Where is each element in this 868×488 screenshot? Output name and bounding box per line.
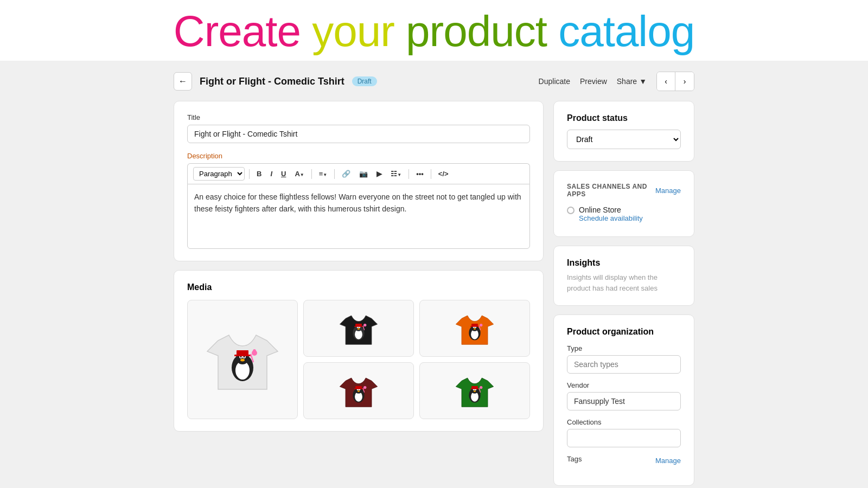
underline-button[interactable]: U xyxy=(278,169,289,179)
next-arrow-button[interactable]: › xyxy=(675,72,694,91)
insights-card: Insights Insights will display when the … xyxy=(553,246,694,306)
page-content: ← Fight or Flight - Comedic Tshirt Draft… xyxy=(0,61,868,488)
back-button[interactable]: ← xyxy=(174,72,192,91)
media-thumb-black[interactable] xyxy=(303,300,414,357)
prev-arrow-button[interactable]: ‹ xyxy=(657,72,675,91)
toolbar-divider-3 xyxy=(334,169,335,179)
page-title: Fight or Flight - Comedic Tshirt xyxy=(200,76,344,87)
svg-rect-40 xyxy=(354,388,363,389)
top-bar: ← Fight or Flight - Comedic Tshirt Draft… xyxy=(174,72,694,91)
svg-point-28 xyxy=(474,328,476,330)
media-thumb-maroon[interactable] xyxy=(303,362,414,419)
banner-word-your: your xyxy=(312,7,394,55)
svg-point-32 xyxy=(480,323,482,326)
title-label: Title xyxy=(187,113,530,121)
align-button[interactable]: ≡▼ xyxy=(316,169,330,179)
svg-rect-9 xyxy=(234,355,251,356)
insights-title: Insights xyxy=(567,258,681,268)
banner-word-product: product xyxy=(406,7,547,55)
media-main-image[interactable] xyxy=(187,300,298,419)
tags-header: Tags Manage xyxy=(567,455,681,466)
vendor-input[interactable] xyxy=(567,392,681,410)
vendor-field: Vendor xyxy=(567,381,681,410)
bold-button[interactable]: B xyxy=(254,169,264,179)
toolbar-divider-1 xyxy=(249,169,250,179)
title-input[interactable] xyxy=(187,125,530,143)
title-description-card: Title Description Paragraph B I U A▼ ≡▼ … xyxy=(174,101,544,261)
italic-button[interactable]: I xyxy=(267,169,275,179)
left-column: Title Description Paragraph B I U A▼ ≡▼ … xyxy=(174,101,544,486)
tags-manage-link[interactable]: Manage xyxy=(655,457,681,465)
media-title: Media xyxy=(187,282,530,292)
link-button[interactable]: 🔗 xyxy=(339,169,353,179)
table-button[interactable]: ☷▼ xyxy=(388,169,404,179)
description-toolbar: Paragraph B I U A▼ ≡▼ 🔗 📷 ▶ ☷▼ ••• xyxy=(187,163,530,184)
description-area[interactable]: An easy choice for these flightless fell… xyxy=(187,184,530,249)
banner-word-catalog: catalog xyxy=(558,7,694,55)
toolbar-divider-4 xyxy=(409,169,409,179)
media-thumb-green[interactable] xyxy=(419,362,530,419)
media-grid xyxy=(187,300,530,419)
svg-point-22 xyxy=(363,323,366,326)
main-layout: Title Description Paragraph B I U A▼ ≡▼ … xyxy=(174,101,694,486)
preview-button[interactable]: Preview xyxy=(580,77,607,86)
banner-title: Create your product catalog xyxy=(0,10,868,53)
media-thumb-orange[interactable] xyxy=(419,300,530,357)
orange-tshirt-svg xyxy=(453,307,496,350)
nav-arrows: ‹ › xyxy=(656,72,694,91)
product-organization-card: Product organization Type Vendor Collect… xyxy=(553,314,694,486)
banner: Create your product catalog xyxy=(0,0,868,61)
collections-label: Collections xyxy=(567,418,681,426)
channel-info: Online Store Schedule availability xyxy=(579,206,643,222)
type-label: Type xyxy=(567,344,681,352)
svg-point-42 xyxy=(363,386,366,388)
channel-name: Online Store xyxy=(579,206,643,214)
paragraph-select[interactable]: Paragraph xyxy=(193,167,245,181)
media-card: Media xyxy=(174,270,544,432)
right-column: Product status Draft Active SALES CHANNE… xyxy=(553,101,694,486)
black-tshirt-svg xyxy=(337,307,380,350)
sales-channels-manage-link[interactable]: Manage xyxy=(655,187,681,195)
top-bar-left: ← Fight or Flight - Comedic Tshirt Draft xyxy=(174,72,377,91)
banner-word-create: Create xyxy=(174,7,301,55)
tags-label: Tags xyxy=(567,455,582,463)
toolbar-divider-2 xyxy=(311,169,312,179)
svg-point-12 xyxy=(253,349,256,354)
svg-point-7 xyxy=(240,359,245,362)
channel-radio xyxy=(567,207,575,214)
svg-point-48 xyxy=(474,390,476,392)
sales-channels-header: SALES CHANNELS AND APPS Manage xyxy=(567,183,681,198)
channel-item: Online Store Schedule availability xyxy=(567,203,681,224)
duplicate-button[interactable]: Duplicate xyxy=(539,77,570,86)
image-button[interactable]: 📷 xyxy=(356,169,371,179)
more-button[interactable]: ••• xyxy=(413,169,426,179)
draft-badge: Draft xyxy=(352,76,377,86)
type-input[interactable] xyxy=(567,355,681,374)
description-label: Description xyxy=(187,152,530,160)
collections-field: Collections xyxy=(567,418,681,447)
svg-rect-50 xyxy=(470,388,479,389)
svg-point-38 xyxy=(358,390,360,392)
product-organization-title: Product organization xyxy=(567,327,681,337)
chevron-down-icon: ▼ xyxy=(639,77,647,86)
tags-field: Tags Manage xyxy=(567,455,681,466)
vendor-label: Vendor xyxy=(567,381,681,389)
product-status-card: Product status Draft Active xyxy=(553,101,694,162)
collections-input[interactable] xyxy=(567,429,681,447)
svg-point-18 xyxy=(358,328,360,330)
toolbar-divider-5 xyxy=(431,169,431,179)
code-button[interactable]: </> xyxy=(436,169,451,179)
product-status-title: Product status xyxy=(567,113,681,123)
color-button[interactable]: A▼ xyxy=(292,169,307,179)
video-button[interactable]: ▶ xyxy=(374,169,385,179)
status-select[interactable]: Draft Active xyxy=(567,130,681,149)
insights-description: Insights will display when the product h… xyxy=(567,272,681,293)
sales-channels-title: SALES CHANNELS AND APPS xyxy=(567,183,655,198)
type-field: Type xyxy=(567,344,681,374)
svg-rect-20 xyxy=(354,326,363,327)
green-tshirt-svg xyxy=(453,369,496,413)
top-bar-right: Duplicate Preview Share ▼ ‹ › xyxy=(539,72,694,91)
share-button[interactable]: Share ▼ xyxy=(617,77,647,86)
schedule-availability-link[interactable]: Schedule availability xyxy=(579,214,643,222)
maroon-tshirt-svg xyxy=(337,369,380,413)
